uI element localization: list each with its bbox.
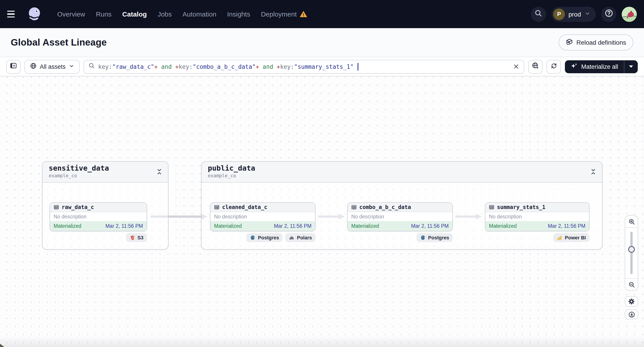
postgres-icon	[250, 235, 256, 241]
clear-filter-button[interactable]	[513, 63, 520, 70]
nav-item-label: Deployment	[261, 10, 297, 18]
table-icon	[351, 205, 357, 210]
caret-down-icon	[629, 65, 633, 68]
collapse-icon	[590, 168, 597, 175]
zoom-slider[interactable]	[625, 228, 638, 278]
refresh-icon	[550, 62, 557, 71]
asset-name: raw_data_c	[62, 204, 94, 210]
search-button[interactable]	[531, 6, 546, 22]
toggle-sidebar-button[interactable]	[6, 60, 20, 73]
materialization-timestamp[interactable]: Mar 2, 11:56 PM	[106, 223, 143, 229]
nav-item-runs[interactable]: Runs	[96, 10, 112, 18]
table-icon	[214, 205, 220, 210]
polars-icon	[289, 235, 295, 241]
kind-badge-power-bi: Power BI	[553, 233, 590, 242]
asset-node-summary_stats_1[interactable]: summary_stats_1No descriptionMaterialize…	[485, 202, 590, 231]
asset-name-row: cleaned_data_c	[210, 203, 315, 212]
materialize-all-label: Materialize all	[581, 63, 618, 70]
collapse-icon	[156, 168, 163, 175]
nav-item-label: Insights	[227, 10, 250, 18]
panel-toggle-icon	[10, 62, 17, 71]
materialization-timestamp[interactable]: Mar 2, 11:56 PM	[274, 223, 312, 229]
asset-name-row: summary_stats_1	[485, 203, 589, 212]
asset-status-row: MaterializedMar 2, 11:56 PM	[348, 221, 452, 231]
table-icon	[489, 205, 494, 210]
zoom-slider-handle[interactable]	[628, 246, 635, 253]
asset-node-combo_a_b_c_data[interactable]: combo_a_b_c_dataNo descriptionMaterializ…	[347, 202, 453, 231]
asset-status-row: MaterializedMar 2, 11:56 PM	[485, 221, 589, 231]
dagster-app-window: OverviewRunsCatalogJobsAutomationInsight…	[0, 0, 644, 347]
materialization-timestamp[interactable]: Mar 2, 11:56 PM	[548, 223, 586, 229]
nav-item-deployment[interactable]: Deployment	[261, 10, 307, 18]
gear-icon	[628, 298, 635, 305]
nav-item-automation[interactable]: Automation	[182, 10, 216, 18]
materialization-timestamp[interactable]: Mar 2, 11:56 PM	[411, 223, 449, 229]
zoom-out-icon	[628, 281, 635, 288]
nav-item-overview[interactable]: Overview	[57, 10, 85, 18]
nav-item-jobs[interactable]: Jobs	[158, 10, 172, 18]
asset-scope-dropdown[interactable]: All assets	[24, 60, 80, 73]
asset-kind-badges: Power BI	[485, 233, 590, 242]
query-token-op: +	[256, 63, 259, 70]
table-icon	[351, 205, 357, 210]
materialize-all-button[interactable]: Materialize all	[565, 60, 624, 73]
dagster-logo-icon[interactable]	[26, 5, 44, 23]
kind-badge-label: S3	[138, 235, 144, 240]
nav-item-catalog[interactable]: Catalog	[122, 10, 147, 18]
nav-item-label: Overview	[57, 10, 85, 18]
download-graph-button[interactable]	[625, 310, 638, 319]
query-token-str: "combo_a_b_c_data"	[192, 63, 256, 70]
asset-status-row: MaterializedMar 2, 11:56 PM	[50, 221, 146, 231]
sparkle-icon	[571, 62, 578, 70]
asset-scope-label: All assets	[40, 63, 66, 70]
materialized-status: Materialized	[54, 223, 81, 229]
asset-description: No description	[485, 212, 589, 221]
asset-kind-badges: PostgresPolars	[210, 233, 316, 242]
asset-node-cleaned_data_c[interactable]: cleaned_data_cNo descriptionMaterialized…	[210, 202, 316, 231]
asset-description: No description	[210, 212, 315, 221]
group-header: public_dataexample_co	[202, 162, 602, 183]
group-title: public_data	[208, 164, 596, 173]
lineage-graph-canvas[interactable]: sensitive_dataexample_copublic_dataexamp…	[0, 76, 644, 347]
graph-settings-button[interactable]	[625, 296, 638, 307]
refresh-graph-button[interactable]	[547, 60, 561, 73]
deployment-switcher[interactable]: P prod	[552, 6, 596, 22]
query-token-str: "summary_stats_1"	[294, 63, 354, 70]
asset-description: No description	[348, 212, 452, 221]
add-selection-scope-button[interactable]	[528, 60, 543, 73]
main-nav: OverviewRunsCatalogJobsAutomationInsight…	[57, 10, 307, 18]
group-subtitle: example_co	[49, 173, 162, 178]
kind-badge-s3: S3	[126, 233, 147, 242]
top-navbar: OverviewRunsCatalogJobsAutomationInsight…	[0, 0, 644, 28]
query-token-attr: key:	[280, 63, 294, 70]
user-avatar[interactable]	[622, 6, 637, 22]
group-title: sensitive_data	[49, 164, 162, 173]
asset-status-row: MaterializedMar 2, 11:56 PM	[210, 221, 315, 231]
collapse-group-button[interactable]	[590, 168, 597, 176]
page-header: Global Asset Lineage Reload definitions	[0, 28, 644, 57]
collapse-group-button[interactable]	[156, 168, 163, 176]
kind-badge-label: Postgres	[428, 235, 449, 240]
hamburger-menu-icon[interactable]	[7, 7, 20, 21]
zoom-in-button[interactable]	[625, 216, 638, 228]
asset-filter-input[interactable]: key:"raw_data_c"+ and +key:"combo_a_b_c_…	[84, 60, 524, 73]
zoom-slider-track	[630, 232, 632, 274]
query-token-op: +	[175, 63, 179, 70]
query-token-kw: and	[259, 63, 277, 70]
reload-definitions-button[interactable]: Reload definitions	[558, 34, 633, 50]
powerbi-icon	[557, 235, 563, 241]
close-icon	[513, 63, 520, 70]
postgres-icon	[250, 235, 256, 241]
reload-definitions-icon	[566, 38, 573, 47]
materialize-options-button[interactable]	[624, 60, 638, 73]
help-button[interactable]	[601, 6, 616, 22]
nav-item-insights[interactable]: Insights	[227, 10, 250, 18]
table-icon	[54, 205, 59, 210]
table-icon	[489, 205, 494, 210]
zoom-out-button[interactable]	[625, 278, 638, 290]
zoom-in-icon	[628, 218, 635, 225]
asset-node-raw_data_c[interactable]: raw_data_cNo descriptionMaterializedMar …	[50, 202, 147, 231]
polars-icon	[289, 235, 295, 241]
chevron-down-icon	[69, 63, 74, 70]
search-icon	[88, 62, 95, 70]
